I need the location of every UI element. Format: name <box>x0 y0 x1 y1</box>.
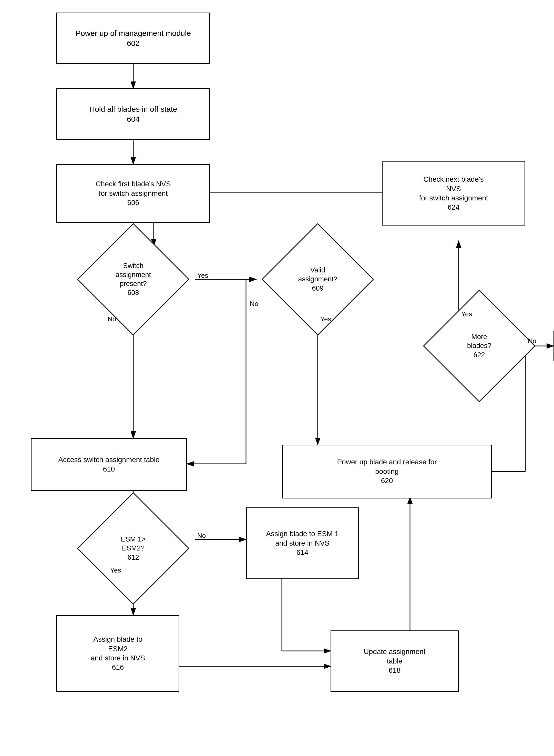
box-618: Update assignment table 618 <box>331 631 459 692</box>
label-yes-608: Yes <box>197 272 208 280</box>
diamond-612: ESM 1>ESM2?612 <box>72 515 195 582</box>
label-no-609: No <box>250 300 258 308</box>
box-620: Power up blade and release for booting 6… <box>282 445 492 498</box>
diamond-609: Validassignment?609 <box>256 246 379 313</box>
label-yes-622: Yes <box>461 310 472 318</box>
box-604: Hold all blades in off state 604 <box>56 88 210 140</box>
box-610: Access switch assignment table 610 <box>31 438 187 491</box>
box-624: Check next blade's NVS for switch assign… <box>382 161 525 225</box>
box-602: Power up of management module 602 <box>56 12 210 64</box>
label-no-622: No <box>528 337 536 345</box>
box-606: Check first blade's NVS for switch assig… <box>56 164 210 223</box>
label-no-608: No <box>108 315 116 323</box>
label-yes-609: Yes <box>320 315 331 323</box>
box-616: Assign blade to ESM2 and store in NVS 61… <box>56 615 179 692</box>
label-no-612: No <box>197 532 206 540</box>
box-614: Assign blade to ESM 1 and store in NVS 6… <box>246 507 359 579</box>
diamond-608: Switchassignmentpresent?608 <box>72 246 195 313</box>
diamond-622: Moreblades?622 <box>418 313 541 379</box>
label-yes-612: Yes <box>110 566 121 574</box>
